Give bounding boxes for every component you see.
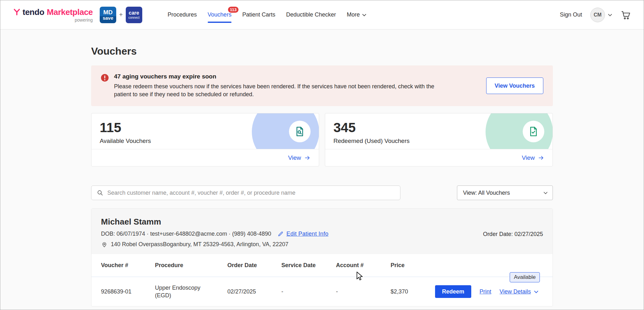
search-filter-row: View: All Vouchers <box>91 185 553 200</box>
location-pin-icon <box>101 241 108 248</box>
plus-separator: + <box>119 11 123 18</box>
header-right: Sign Out CM <box>560 8 631 22</box>
careconnect-logo[interactable]: care connect <box>126 7 142 23</box>
partner-logos: MD save + care connect <box>100 7 142 23</box>
arrow-right-icon <box>538 155 544 161</box>
nav-item-more[interactable]: More <box>347 11 367 18</box>
patient-details: DOB: 06/07/1974 · test+user-648802@acme.… <box>101 231 271 237</box>
col-voucher: Voucher # <box>101 262 155 269</box>
order-date: Order Date: 02/27/2025 <box>483 231 543 238</box>
nav-item-procedures[interactable]: Procedures <box>168 11 197 18</box>
patient-voucher-card: Michael Stamm DOB: 06/07/1974 · test+use… <box>91 208 553 307</box>
row-account: - <box>336 288 391 295</box>
procedure-name: Upper Endoscopy (EGD) <box>155 284 227 300</box>
page-title: Vouchers <box>91 45 553 57</box>
print-link[interactable]: Print <box>480 288 491 295</box>
chevron-down-icon <box>543 190 548 195</box>
chevron-down-icon <box>607 12 613 17</box>
redeemed-vouchers-card: 345 Redeemed (Used) Vouchers View <box>325 113 553 166</box>
chevron-down-icon <box>533 289 539 294</box>
col-price: Price <box>391 262 435 269</box>
status-badge: Available <box>510 272 540 282</box>
brand-suffix: Marketplace <box>47 7 93 17</box>
pencil-icon <box>278 231 284 237</box>
edit-patient-info-link[interactable]: Edit Patient Info <box>278 231 328 237</box>
document-search-icon <box>289 121 311 142</box>
sign-out-button[interactable]: Sign Out <box>560 11 582 18</box>
top-nav-bar: tendo Marketplace powering MD save + car… <box>0 0 644 30</box>
voucher-table-header: Voucher # Procedure Order Date Service D… <box>91 254 553 277</box>
row-service-date: - <box>281 288 336 295</box>
view-available-vouchers-link[interactable]: View <box>288 154 311 161</box>
col-procedure: Procedure <box>155 262 227 269</box>
search-input[interactable] <box>107 190 395 196</box>
alert-body: Please redeem these vouchers now if the … <box>114 83 446 98</box>
voucher-view-filter[interactable]: View: All Vouchers <box>457 185 553 200</box>
nav-item-vouchers[interactable]: Vouchers 113 <box>208 11 231 18</box>
avatar[interactable]: CM <box>590 8 605 22</box>
expiring-vouchers-alert: 47 aging vouchers may expire soon Please… <box>91 65 553 106</box>
powering-label: powering <box>75 17 93 23</box>
row-price: $2,370 <box>391 288 435 295</box>
col-account: Account # <box>336 262 391 269</box>
col-order-date: Order Date <box>227 262 281 269</box>
filter-selected-value: View: All Vouchers <box>463 190 510 196</box>
main-nav: Procedures Vouchers 113 Patient Carts De… <box>168 11 367 18</box>
patient-name: Michael Stamm <box>101 217 543 227</box>
voucher-number: 9268639-01 <box>101 288 155 295</box>
row-order-date: 02/27/2025 <box>227 288 281 295</box>
vouchers-count-badge: 113 <box>228 7 238 13</box>
arrow-right-icon <box>304 155 311 161</box>
available-vouchers-card: 115 Available Vouchers View <box>91 113 319 166</box>
alert-exclamation-icon <box>101 74 109 82</box>
main-content: Vouchers 47 aging vouchers may expire so… <box>0 45 644 307</box>
patient-address: 140 Robel OverpassBoganbury, MT 25329-45… <box>111 241 288 248</box>
tendo-marketplace-logo[interactable]: tendo Marketplace powering <box>13 7 93 23</box>
redeem-button[interactable]: Redeem <box>435 285 471 298</box>
col-service-date: Service Date <box>281 262 336 269</box>
cart-icon[interactable] <box>621 10 631 20</box>
patient-header: Michael Stamm DOB: 06/07/1974 · test+use… <box>91 209 553 254</box>
app-window: tendo Marketplace powering MD save + car… <box>0 0 644 310</box>
active-tab-underline <box>208 22 231 23</box>
account-menu[interactable]: CM <box>590 8 613 22</box>
alert-title: 47 aging vouchers may expire soon <box>114 73 446 80</box>
stats-row: 115 Available Vouchers View 345 <box>91 113 553 166</box>
nav-item-patient-carts[interactable]: Patient Carts <box>242 11 275 18</box>
mdsave-logo[interactable]: MD save <box>100 7 116 23</box>
view-details-link[interactable]: View Details <box>500 288 539 295</box>
search-icon <box>97 189 104 196</box>
document-check-icon <box>523 121 544 142</box>
voucher-table-row: 9268639-01 Upper Endoscopy (EGD) 02/27/2… <box>91 277 553 306</box>
tendo-logo-icon <box>13 8 21 16</box>
chevron-down-icon <box>362 12 367 17</box>
view-vouchers-button[interactable]: View Vouchers <box>486 78 543 94</box>
view-redeemed-vouchers-link[interactable]: View <box>522 154 544 161</box>
search-box[interactable] <box>91 185 400 200</box>
nav-item-deductible-checker[interactable]: Deductible Checker <box>286 11 336 18</box>
brand-name: tendo <box>23 7 44 17</box>
